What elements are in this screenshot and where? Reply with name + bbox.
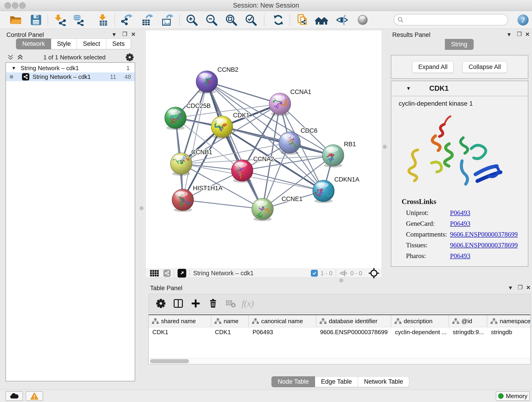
- protein-card-header[interactable]: ▼ CDK1: [391, 81, 528, 96]
- expand-all-button[interactable]: Expand All: [412, 61, 454, 73]
- network-thumbnail-icon[interactable]: [163, 269, 171, 277]
- table-panel-menu-icon[interactable]: ▼: [508, 285, 513, 291]
- column-header-canonical-name[interactable]: canonical name: [249, 315, 317, 327]
- memory-button[interactable]: Memory: [496, 391, 530, 401]
- cell-namespace[interactable]: stringdb: [487, 329, 531, 336]
- warnings-button[interactable]: [26, 391, 43, 401]
- tab-string[interactable]: String: [445, 39, 474, 50]
- search-field[interactable]: [394, 14, 508, 26]
- hide-panels-eye-slash-icon[interactable]: [335, 13, 349, 27]
- zoom-fit-icon[interactable]: [224, 13, 238, 27]
- network-node-CCNA1[interactable]: CCNA1: [269, 89, 311, 116]
- table-horizontal-scrollbar[interactable]: [148, 358, 531, 364]
- network-collection-row[interactable]: ▼ String Network – cdk1 1: [6, 64, 135, 72]
- delete-column-trash-icon[interactable]: [208, 298, 218, 309]
- expand-all-icon[interactable]: [17, 54, 23, 60]
- crosslink-value-link[interactable]: 9606.ENSP00000378699: [450, 230, 518, 238]
- column-header-name[interactable]: name: [211, 315, 249, 327]
- search-input[interactable]: [404, 15, 508, 25]
- tab-network[interactable]: Network: [16, 38, 51, 49]
- cloud-status-button[interactable]: [6, 391, 23, 401]
- save-session-icon[interactable]: [29, 13, 43, 27]
- column-header-database-identifier[interactable]: database identifier: [317, 315, 391, 327]
- results-panel-close-icon[interactable]: ✕: [525, 31, 530, 38]
- string-network-graph[interactable]: CCNB2CCNA1CDC25BCDK1CDC6RB1CCNB1CCNA2CDK…: [146, 31, 381, 269]
- grid-view-icon[interactable]: [150, 270, 159, 277]
- selected-checkbox-icon[interactable]: [311, 270, 318, 277]
- crosslink-value-link[interactable]: P06493: [450, 220, 470, 227]
- table-panel-close-icon[interactable]: ✕: [526, 284, 531, 291]
- show-columns-icon[interactable]: [173, 298, 184, 309]
- network-row-selected[interactable]: String Network – cdk1 11 48: [6, 72, 135, 81]
- tab-select[interactable]: Select: [77, 38, 106, 49]
- table-panel-float-icon[interactable]: ❒: [518, 284, 523, 291]
- protein-expand-triangle-icon[interactable]: ▼: [406, 85, 411, 91]
- open-file-icon[interactable]: [9, 13, 23, 27]
- cell-@id[interactable]: stringdb:9...: [449, 329, 487, 336]
- network-options-gear-icon[interactable]: [126, 53, 134, 61]
- detach-view-icon[interactable]: [177, 269, 186, 278]
- left-splitter-handle[interactable]: [139, 206, 143, 210]
- home-icon[interactable]: [314, 13, 329, 27]
- network-edge-HIST1H1A-CCNE1[interactable]: [183, 200, 263, 209]
- delete-table-icon[interactable]: [225, 298, 236, 309]
- zoom-selected-icon[interactable]: [244, 13, 258, 27]
- zoom-out-icon[interactable]: [204, 13, 219, 27]
- network-node-CCNE1[interactable]: CCNE1: [252, 196, 303, 221]
- add-column-plus-icon[interactable]: [190, 298, 201, 309]
- crosslink-label: Compartments:: [406, 230, 450, 238]
- table-row[interactable]: CDK1CDK1P064939606.ENSP00000378699cyclin…: [149, 327, 530, 337]
- network-node-HIST1H1A[interactable]: HIST1H1A: [172, 185, 222, 212]
- import-network-file-icon[interactable]: [53, 13, 67, 27]
- collection-expand-triangle-icon[interactable]: ▼: [12, 65, 16, 71]
- node-label-CDK1: CDK1: [233, 112, 249, 119]
- tab-edge-table[interactable]: Edge Table: [315, 376, 358, 387]
- network-edge-CCNB2-CCNA1[interactable]: [207, 82, 280, 104]
- network-view-canvas[interactable]: CCNB2CCNA1CDC25BCDK1CDC6RB1CCNB1CCNA2CDK…: [146, 31, 381, 269]
- scrollbar-thumb[interactable]: [150, 359, 189, 363]
- control-panel-float-icon[interactable]: ❒: [122, 31, 127, 37]
- horizontal-splitter-handle[interactable]: [339, 279, 343, 282]
- crosslink-value-link[interactable]: P06493: [450, 252, 470, 260]
- right-splitter-handle[interactable]: [383, 145, 387, 149]
- cell-database-identifier[interactable]: 9606.ENSP00000378699: [317, 329, 391, 336]
- crosslink-value-link[interactable]: P06493: [450, 209, 470, 217]
- crosslink-value-link[interactable]: 9606.ENSP00000378699: [450, 241, 518, 249]
- help-button[interactable]: ?: [516, 13, 530, 27]
- preview-sphere-icon[interactable]: [355, 13, 370, 27]
- column-header-@id[interactable]: @id: [449, 315, 487, 327]
- cell-name[interactable]: CDK1: [211, 329, 249, 336]
- tab-node-table[interactable]: Node Table: [272, 376, 315, 387]
- function-builder-icon[interactable]: f(x): [242, 298, 254, 308]
- tab-sets[interactable]: Sets: [106, 38, 131, 49]
- network-node-CDKN1A[interactable]: CDKN1A: [313, 176, 360, 203]
- export-table-icon[interactable]: [140, 13, 154, 27]
- cell-description[interactable]: cyclin-dependent ...: [391, 329, 449, 336]
- control-panel-menu-icon[interactable]: ▼: [111, 32, 117, 38]
- column-header-description[interactable]: description: [391, 315, 449, 327]
- zoom-in-icon[interactable]: [185, 13, 199, 27]
- window-title-bar: Session: New Session: [0, 0, 532, 11]
- results-panel-float-icon[interactable]: ❒: [517, 31, 522, 37]
- node-table[interactable]: shared namenamecanonical namedatabase id…: [148, 314, 531, 364]
- export-network-icon[interactable]: [120, 13, 134, 27]
- pan-crosshair-icon[interactable]: [369, 268, 379, 279]
- tab-network-table[interactable]: Network Table: [358, 376, 409, 387]
- cell-canonical-name[interactable]: P06493: [249, 329, 317, 336]
- cell-shared-name[interactable]: CDK1: [149, 329, 211, 336]
- network-edge-CCNB2-HIST1H1A[interactable]: [183, 82, 207, 200]
- export-image-icon[interactable]: [160, 13, 175, 27]
- column-header-shared-name[interactable]: shared name: [149, 315, 211, 327]
- results-panel-menu-icon[interactable]: ▼: [506, 32, 512, 38]
- import-network-database-icon[interactable]: [71, 13, 85, 27]
- control-panel-close-icon[interactable]: ✕: [131, 31, 136, 38]
- import-table-file-icon[interactable]: [96, 13, 110, 27]
- collapse-all-button[interactable]: Collapse All: [462, 61, 507, 73]
- collapse-all-icon[interactable]: [7, 54, 14, 60]
- column-header-namespace[interactable]: namespace: [487, 315, 531, 327]
- tab-style[interactable]: Style: [51, 38, 77, 49]
- network-node-RB1[interactable]: RB1: [322, 141, 356, 167]
- column-settings-gear-icon[interactable]: [156, 298, 166, 309]
- refresh-view-icon[interactable]: [271, 13, 285, 27]
- clone-network-icon[interactable]: [296, 13, 310, 27]
